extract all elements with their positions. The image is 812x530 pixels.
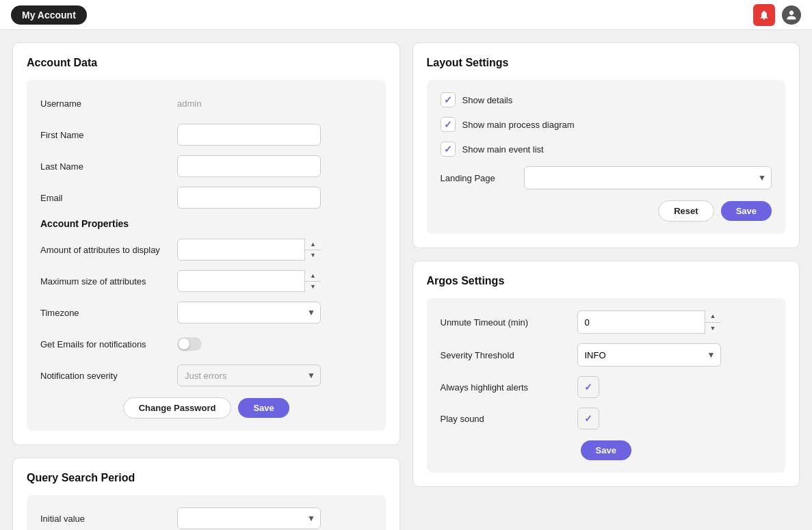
show-details-row: ✓ Show details: [441, 92, 772, 107]
max-size-spinner-wrap: ▲ ▼: [177, 270, 321, 292]
username-label: Username: [40, 98, 177, 109]
query-search-card: Query Search Period Initial value ▼ Save: [12, 458, 400, 530]
notification-severity-wrap: Just errors ▼: [177, 365, 321, 386]
show-process-checkbox[interactable]: ✓: [441, 117, 456, 132]
unmute-timeout-spinner-wrap: ▲ ▼: [577, 310, 721, 334]
amount-input[interactable]: [177, 239, 321, 261]
layout-save-button[interactable]: Save: [721, 201, 772, 221]
email-input[interactable]: [177, 187, 321, 209]
play-sound-row: Play sound ✓: [441, 408, 772, 429]
account-data-buttons: Change Password Save: [40, 397, 372, 419]
amount-arrows: ▲ ▼: [304, 239, 321, 261]
landing-page-label: Landing Page: [441, 173, 516, 183]
argos-settings-panel: Unmute Timeout (min) ▲ ▼ Severity Thresh…: [427, 298, 786, 473]
change-password-button[interactable]: Change Password: [123, 397, 232, 419]
amount-spinner-wrap: ▲ ▼: [177, 239, 321, 261]
query-search-title: Query Search Period: [27, 472, 386, 484]
severity-threshold-row: Severity Threshold INFO ▼: [441, 343, 772, 367]
max-size-input[interactable]: [177, 270, 321, 292]
severity-threshold-select[interactable]: INFO: [577, 343, 721, 367]
show-details-check-icon: ✓: [444, 94, 452, 105]
get-emails-toggle[interactable]: [177, 337, 202, 351]
max-size-up-arrow[interactable]: ▲: [305, 270, 321, 282]
account-data-title: Account Data: [27, 57, 386, 69]
max-size-row: Maximum size of attributes ▲ ▼: [40, 270, 372, 292]
unmute-timeout-label: Unmute Timeout (min): [441, 317, 577, 328]
initial-value-select[interactable]: [177, 507, 321, 529]
get-emails-row: Get Emails for notifications: [40, 333, 372, 355]
username-row: Username admin: [40, 92, 372, 114]
main-content: Account Data Username admin First Name L…: [0, 30, 812, 530]
max-size-arrows: ▲ ▼: [304, 270, 321, 292]
argos-settings-title: Argos Settings: [427, 275, 786, 287]
first-name-row: First Name: [40, 124, 372, 146]
app-title-button[interactable]: My Account: [11, 5, 87, 25]
argos-save-button[interactable]: Save: [581, 440, 631, 460]
show-process-row: ✓ Show main process diagram: [441, 117, 772, 132]
show-details-checkbox[interactable]: ✓: [441, 92, 456, 107]
notification-severity-select[interactable]: Just errors: [177, 365, 321, 386]
initial-value-select-wrap: ▼: [177, 507, 321, 529]
initial-value-label: Initial value: [40, 514, 177, 524]
always-highlight-checkbox[interactable]: ✓: [577, 376, 599, 398]
timezone-row: Timezone ▼: [40, 302, 372, 323]
max-size-label: Maximum size of attributes: [40, 276, 177, 287]
argos-save-button-row: Save: [441, 440, 772, 460]
account-data-card: Account Data Username admin First Name L…: [12, 42, 400, 445]
landing-page-select-wrap: ▼: [524, 166, 772, 189]
severity-threshold-label: Severity Threshold: [441, 350, 577, 360]
show-details-label: Show details: [462, 95, 513, 105]
severity-threshold-select-wrap: INFO ▼: [577, 343, 721, 367]
notification-bell-icon[interactable]: [753, 4, 775, 26]
query-search-panel: Initial value ▼ Save: [27, 495, 386, 530]
last-name-label: Last Name: [40, 161, 177, 172]
first-name-label: First Name: [40, 130, 177, 140]
layout-settings-card: Layout Settings ✓ Show details ✓ Show ma…: [412, 42, 800, 248]
amount-attributes-row: Amount of attributes to display ▲ ▼: [40, 239, 372, 261]
user-avatar-icon[interactable]: [782, 5, 801, 25]
max-size-down-arrow[interactable]: ▼: [305, 282, 321, 293]
show-event-row: ✓ Show main event list: [441, 142, 772, 157]
timezone-select[interactable]: [177, 302, 321, 323]
notification-severity-row: Notification severity Just errors ▼: [40, 365, 372, 386]
show-process-check-icon: ✓: [444, 119, 452, 130]
email-row: Email: [40, 187, 372, 209]
amount-up-arrow[interactable]: ▲: [305, 239, 321, 250]
notification-severity-label: Notification severity: [40, 371, 177, 381]
timezone-select-wrap: ▼: [177, 302, 321, 323]
amount-down-arrow[interactable]: ▼: [305, 250, 321, 261]
amount-label: Amount of attributes to display: [40, 245, 177, 255]
unmute-timeout-arrows: ▲ ▼: [705, 310, 721, 334]
always-highlight-label: Always highlight alerts: [441, 382, 577, 393]
username-value: admin: [177, 98, 201, 109]
first-name-input[interactable]: [177, 124, 321, 146]
landing-page-select[interactable]: [524, 166, 772, 189]
show-event-checkbox[interactable]: ✓: [441, 142, 456, 157]
play-sound-checkbox[interactable]: ✓: [577, 408, 599, 429]
show-event-label: Show main event list: [462, 144, 544, 155]
layout-settings-title: Layout Settings: [427, 57, 786, 69]
get-emails-label: Get Emails for notifications: [40, 339, 177, 349]
play-sound-check-icon: ✓: [584, 413, 592, 424]
layout-settings-panel: ✓ Show details ✓ Show main process diagr…: [427, 80, 786, 234]
last-name-row: Last Name: [40, 155, 372, 177]
argos-settings-card: Argos Settings Unmute Timeout (min) ▲ ▼: [412, 261, 800, 487]
initial-value-row: Initial value ▼: [40, 507, 372, 529]
email-label: Email: [40, 193, 177, 203]
timezone-label: Timezone: [40, 308, 177, 318]
show-event-check-icon: ✓: [444, 144, 452, 155]
last-name-input[interactable]: [177, 155, 321, 177]
right-column: Layout Settings ✓ Show details ✓ Show ma…: [412, 42, 800, 530]
always-highlight-row: Always highlight alerts ✓: [441, 376, 772, 398]
always-highlight-check-icon: ✓: [584, 382, 592, 393]
play-sound-label: Play sound: [441, 414, 577, 424]
unmute-timeout-row: Unmute Timeout (min) ▲ ▼: [441, 310, 772, 334]
header-icons: [753, 4, 801, 26]
unmute-timeout-input[interactable]: [577, 310, 721, 334]
toggle-thumb: [179, 339, 189, 349]
layout-reset-button[interactable]: Reset: [658, 200, 713, 222]
layout-settings-buttons: Reset Save: [441, 200, 772, 222]
account-data-save-button[interactable]: Save: [238, 398, 289, 418]
unmute-down-arrow[interactable]: ▼: [705, 323, 721, 334]
unmute-up-arrow[interactable]: ▲: [705, 310, 721, 323]
